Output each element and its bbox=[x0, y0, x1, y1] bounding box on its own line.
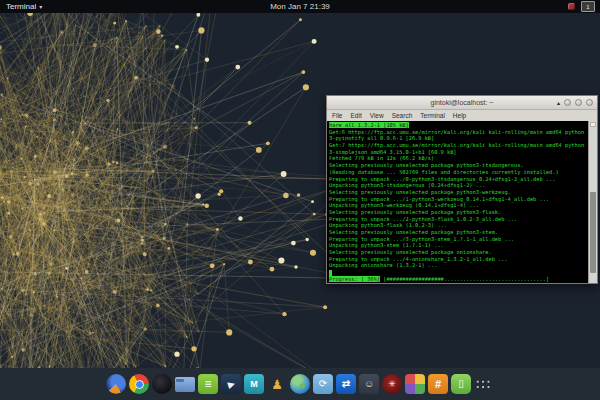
file-manager-icon[interactable] bbox=[175, 377, 195, 392]
system-monitor-glyph: M bbox=[250, 380, 258, 389]
system-monitor-icon[interactable]: M bbox=[244, 374, 264, 394]
terminal-line: Preparing to unpack .../4-onionshare_1.3… bbox=[329, 256, 586, 263]
package-center-icon[interactable] bbox=[405, 374, 425, 394]
workspace-indicator[interactable]: 1 bbox=[581, 1, 595, 12]
software-center-glyph: ⟳ bbox=[319, 379, 327, 389]
notification-icon[interactable] bbox=[568, 3, 575, 10]
teamviewer-glyph: ⇄ bbox=[342, 379, 350, 389]
apt-progress-line: Progress: [ 36%] [##################....… bbox=[329, 276, 586, 283]
wine-icon[interactable]: ♟ bbox=[267, 374, 287, 394]
tor-browser-icon[interactable] bbox=[152, 374, 172, 394]
menu-terminal[interactable]: Terminal bbox=[420, 112, 445, 119]
menu-view[interactable]: View bbox=[370, 112, 384, 119]
terminal-line: Selecting previously unselected package … bbox=[329, 189, 586, 196]
progress-bar: [##################.....................… bbox=[380, 276, 549, 282]
terminal-line: Unpacking onionshare (1.3.2-1) ... bbox=[329, 262, 586, 269]
clock[interactable]: Mon Jan 7 21:39 bbox=[0, 2, 600, 11]
terminal-line: Selecting previously unselected package … bbox=[329, 249, 586, 256]
app-drawer-icon[interactable] bbox=[474, 378, 490, 390]
phone-app-icon[interactable]: ▯ bbox=[451, 374, 471, 394]
terminal-line: Unpacking python3-itsdangerous (0.24+dfs… bbox=[329, 182, 586, 189]
terminal-line: Selecting previously unselected package … bbox=[329, 162, 586, 169]
terminal-line: 3-simplejson amd64 3.15.0-1+b1 [60.9 kB] bbox=[329, 149, 586, 156]
kali-tools-glyph: ✳ bbox=[388, 380, 396, 389]
spotify-glyph: ≡ bbox=[204, 378, 211, 390]
terminal-line: Selecting previously unselected package … bbox=[329, 229, 586, 236]
minimize-button[interactable] bbox=[564, 99, 571, 106]
terminal-cursor-line bbox=[329, 269, 586, 276]
menubar: FileEditViewSearchTerminalHelp bbox=[327, 110, 597, 121]
close-button[interactable] bbox=[586, 99, 593, 106]
dock: ≡▶M♟⟳⇄☺✳#▯ bbox=[0, 368, 600, 400]
terminal-line: Fetched 779 kB in 12s (66.2 kB/s) bbox=[329, 155, 586, 162]
menu-edit[interactable]: Edit bbox=[350, 112, 361, 119]
chrome-icon[interactable] bbox=[129, 374, 149, 394]
maximize-button[interactable] bbox=[575, 99, 582, 106]
telegram-icon[interactable]: ▶ bbox=[221, 374, 241, 394]
terminal-output[interactable]: hare all 1.3.2-1 [105 kB]Get:6 https://f… bbox=[327, 121, 588, 283]
terminal-line: Preparing to unpack .../2-python3-flask_… bbox=[329, 216, 586, 223]
terminal-line: Unpacking python3-werkzeug (0.14.1+dfsg1… bbox=[329, 202, 586, 209]
telegram-glyph: ▶ bbox=[226, 379, 235, 390]
menu-search[interactable]: Search bbox=[392, 112, 413, 119]
hexchat-icon[interactable]: # bbox=[428, 374, 448, 394]
wine-glyph: ♟ bbox=[271, 378, 283, 391]
terminal-line: Preparing to unpack .../1-python3-werkze… bbox=[329, 196, 586, 203]
phone-app-glyph: ▯ bbox=[458, 379, 464, 389]
terminal-line: Preparing to unpack .../0-python3-itsdan… bbox=[329, 176, 586, 183]
spotify-icon[interactable]: ≡ bbox=[198, 374, 218, 394]
scrollbar[interactable] bbox=[588, 121, 597, 283]
software-center-icon[interactable]: ⟳ bbox=[313, 374, 333, 394]
terminal-line: Get:6 https://ftp.acc.umu.se/mirror/kali… bbox=[329, 129, 586, 136]
hexchat-glyph: # bbox=[435, 379, 441, 390]
terminal-cursor bbox=[329, 270, 332, 276]
terminal-line: Unpacking python3-flask (1.0.2-3) ... bbox=[329, 222, 586, 229]
bell-icon: ▴ bbox=[557, 100, 560, 106]
scrollbar-thumb[interactable] bbox=[590, 192, 596, 273]
kali-tools-icon[interactable]: ✳ bbox=[382, 374, 402, 394]
terminal-line: hare all 1.3.2-1 [105 kB] bbox=[329, 122, 586, 129]
menu-file[interactable]: File bbox=[332, 112, 342, 119]
teamviewer-icon[interactable]: ⇄ bbox=[336, 374, 356, 394]
terminal-line: Selecting previously unselected package … bbox=[329, 209, 586, 216]
menu-help[interactable]: Help bbox=[453, 112, 466, 119]
progress-label: Progress: [ 36%] bbox=[329, 276, 380, 282]
terminal-body: hare all 1.3.2-1 [105 kB]Get:6 https://f… bbox=[327, 121, 597, 283]
terminal-line: 3-pyinotify all 0.9.6-1 [26.9 kB] bbox=[329, 135, 586, 142]
discord-icon[interactable]: ☺ bbox=[359, 374, 379, 394]
discord-glyph: ☺ bbox=[364, 379, 374, 389]
window-titlebar[interactable]: gintoki@localhost: ~ ▴ bbox=[327, 96, 597, 110]
firefox-icon[interactable] bbox=[106, 374, 126, 394]
terminal-window: gintoki@localhost: ~ ▴ FileEditViewSearc… bbox=[326, 95, 598, 284]
top-panel: Terminal ▾ Mon Jan 7 21:39 1 bbox=[0, 0, 600, 13]
terminal-line: Preparing to unpack .../3-python3-stem_1… bbox=[329, 236, 586, 243]
earth-browser-icon[interactable] bbox=[290, 374, 310, 394]
desktop: Terminal ▾ Mon Jan 7 21:39 1 gintoki@loc… bbox=[0, 0, 600, 400]
system-tray: 1 bbox=[568, 1, 600, 12]
terminal-line: (Reading database ... 502769 files and d… bbox=[329, 169, 586, 176]
terminal-line: Unpacking python3-stem (1.7.1-1) ... bbox=[329, 242, 586, 249]
terminal-line: Get:7 https://ftp.acc.umu.se/mirror/kali… bbox=[329, 142, 586, 149]
